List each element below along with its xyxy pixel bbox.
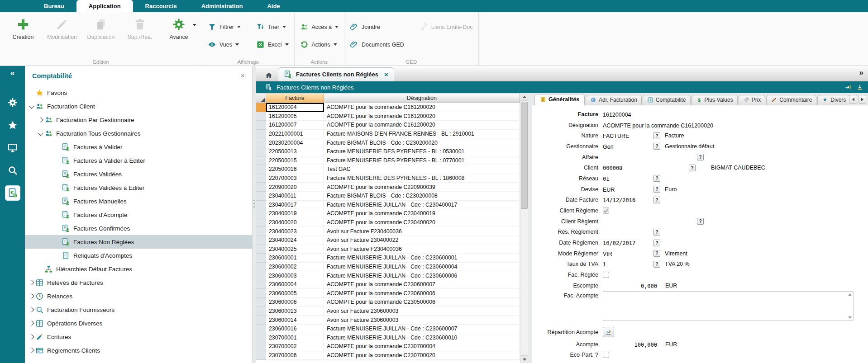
row-gutter[interactable] [256, 271, 266, 280]
ribbon-documents-ged-button[interactable]: Documents GED [350, 40, 404, 49]
chevron-down-icon[interactable] [38, 131, 43, 136]
table-row[interactable]: 230700002ACOMPTE pour la commande C23070… [256, 342, 520, 351]
row-gutter[interactable] [256, 316, 266, 325]
help-button[interactable]: ? [653, 229, 660, 236]
tabs-scroll-right-button[interactable] [858, 95, 866, 104]
chevron-right-icon[interactable] [29, 293, 34, 298]
repartition-acompte-button[interactable] [603, 327, 614, 337]
ribbon-actions-button[interactable]: Actions [300, 40, 339, 49]
field-value[interactable]: EUR [603, 185, 653, 193]
table-row[interactable]: 230400017Facture MENUISERIE JUILLAN - Cd… [256, 201, 520, 210]
row-gutter[interactable] [256, 280, 266, 289]
table-row[interactable]: 230700006ACOMPTE pour la commande C23070… [256, 351, 520, 360]
ribbon-joindre-button[interactable]: Joindre [350, 23, 404, 31]
tree-item-relances[interactable]: Relances [25, 289, 252, 303]
table-row[interactable]: 230600006ACOMPTE pour la commande C23050… [256, 298, 520, 307]
chevron-down-icon[interactable] [29, 104, 34, 108]
detail-tab-adr-facturation[interactable]: Adr. Facturation [586, 95, 642, 105]
rail-item-desktop[interactable] [5, 140, 20, 156]
table-row[interactable]: 161200005ACOMPTE pour la commande C16120… [256, 112, 520, 121]
row-gutter[interactable] [256, 298, 266, 307]
panel-close-button[interactable]: × [241, 72, 245, 80]
scrollbar-thumb[interactable] [521, 102, 528, 209]
panel-splitter[interactable] [253, 66, 256, 363]
help-button[interactable]: ? [653, 186, 660, 193]
help-button[interactable]: ? [653, 175, 660, 182]
ribbon-filtrer-button[interactable]: Filtrer [208, 23, 241, 31]
table-row[interactable]: 161200004ACOMPTE pour la commande C16120… [256, 103, 520, 112]
tree-item-facturation-par-gestionnaire[interactable]: Facturation Par Gestionnaire [25, 113, 252, 127]
field-value[interactable]: 10/02/2017 [603, 239, 653, 247]
tree-item-factures-confirmees[interactable]: Factures Confirmées [25, 222, 252, 235]
row-gutter[interactable] [256, 165, 266, 174]
field-textarea[interactable] [603, 291, 854, 321]
field-value[interactable]: ACOMPTE pour la commande C161200020 [603, 121, 713, 129]
field-value[interactable]: VIR [603, 250, 653, 258]
help-button[interactable]: ? [697, 218, 704, 225]
table-scrollbar[interactable] [520, 93, 528, 363]
tree-item-reliquats-d-acomptes[interactable]: Reliquats d'Acomptes [25, 249, 252, 262]
table-row[interactable]: 230600002Facture MENUISERIE JUILLAN - Cd… [256, 263, 520, 272]
table-row[interactable]: 220500015Facture MENUISERIE DES PYRENEES… [256, 156, 520, 165]
row-gutter[interactable] [256, 263, 266, 272]
row-gutter[interactable] [256, 351, 266, 360]
table-row[interactable]: 230600001Facture MENUISERIE JUILLAN - Cd… [256, 254, 520, 263]
tree-item-facturation-tous-gestionnaires[interactable]: Facturation Tous Gestionnaires [25, 127, 252, 140]
row-gutter[interactable] [256, 103, 266, 112]
help-button[interactable]: ? [653, 250, 660, 257]
ribbon-trier-button[interactable]: Trier [256, 23, 289, 31]
tab-overflow-button[interactable]: » [859, 68, 863, 77]
rail-item-settings[interactable] [5, 95, 20, 110]
field-value[interactable]: 1 [603, 260, 653, 268]
goto-end-icon[interactable] [844, 84, 852, 91]
chevron-right-icon[interactable] [29, 307, 34, 312]
row-gutter[interactable] [256, 130, 266, 139]
chevron-right-icon[interactable] [29, 348, 34, 353]
row-gutter[interactable] [256, 174, 266, 183]
field-value[interactable]: 01 [603, 174, 653, 183]
row-gutter[interactable] [256, 201, 266, 210]
table-row[interactable]: 230600005ACOMPTE pour la commande C23060… [256, 289, 520, 298]
row-gutter[interactable] [256, 121, 266, 130]
tab-factures-clients-non-reglees[interactable]: Factures Clients non Réglées × [278, 67, 394, 81]
table-row[interactable]: 230700001Facture MENUISERIE JUILLAN - Cd… [256, 333, 520, 342]
table-row[interactable]: 20230200004Facture BIGMAT BLOIS - Cde : … [256, 138, 520, 147]
field-value[interactable]: 100,000 [603, 340, 657, 349]
tree-item-factures-d-acompte[interactable]: Factures d'Acompte [25, 208, 252, 222]
row-gutter[interactable] [256, 236, 266, 245]
detail-tab-commentaire[interactable]: Commentaire [766, 95, 816, 105]
row-gutter[interactable] [256, 289, 266, 298]
table-row[interactable]: 230400025Avoir sur Facture F230400036 [256, 245, 520, 254]
tab-close-button[interactable]: × [384, 71, 388, 78]
tree-item-factures-a-valider[interactable]: Factures à Valider [25, 140, 252, 154]
tree-item-releves-de-factures[interactable]: Relevés de Factures [25, 276, 252, 289]
scroll-down-icon[interactable] [848, 316, 852, 319]
detail-tab-prix[interactable]: Prix [739, 95, 766, 105]
help-button[interactable]: ? [697, 154, 704, 160]
rail-item-favorites[interactable] [5, 118, 20, 133]
ribbon-creation-button[interactable]: Création [5, 14, 41, 40]
table-row[interactable]: 230600003Facture MENUISERIE JUILLAN - Cd… [256, 271, 520, 280]
row-gutter[interactable] [256, 112, 266, 121]
detail-splitter[interactable] [528, 93, 532, 363]
table-row[interactable]: 230400024Avoir sur Facture 230400022 [256, 236, 520, 245]
tabs-scroll-left-button[interactable] [849, 95, 857, 104]
tree-item-factures-a-valider-a-editer[interactable]: Factures à Valider à Editer [25, 154, 252, 167]
tree-item-facturation-client[interactable]: Facturation Client [25, 99, 252, 113]
menu-application[interactable]: Application [76, 0, 133, 12]
detail-tab-plus-values[interactable]: $Plus-Values [692, 95, 738, 105]
row-gutter[interactable] [256, 147, 266, 156]
field-value[interactable]: 161200004 [603, 110, 631, 118]
row-gutter[interactable] [256, 138, 266, 147]
table-row[interactable]: 220500013Facture MENUISERIE DES PYRENEES… [256, 147, 520, 156]
chevron-right-icon[interactable] [29, 334, 34, 339]
help-button[interactable]: ? [653, 261, 660, 268]
tree-item-operations-diverses[interactable]: Opérations Diverses [25, 316, 252, 330]
table-row[interactable]: 230600013Avoir sur Facture 230600003 [256, 307, 520, 316]
scrollbar-down-button[interactable] [520, 355, 528, 363]
checkbox[interactable] [603, 272, 609, 278]
column-header-facture[interactable]: Facture [266, 93, 324, 103]
tree-item-favoris[interactable]: Favoris [25, 86, 252, 99]
chevron-right-icon[interactable] [38, 117, 43, 122]
row-gutter[interactable] [256, 245, 266, 254]
